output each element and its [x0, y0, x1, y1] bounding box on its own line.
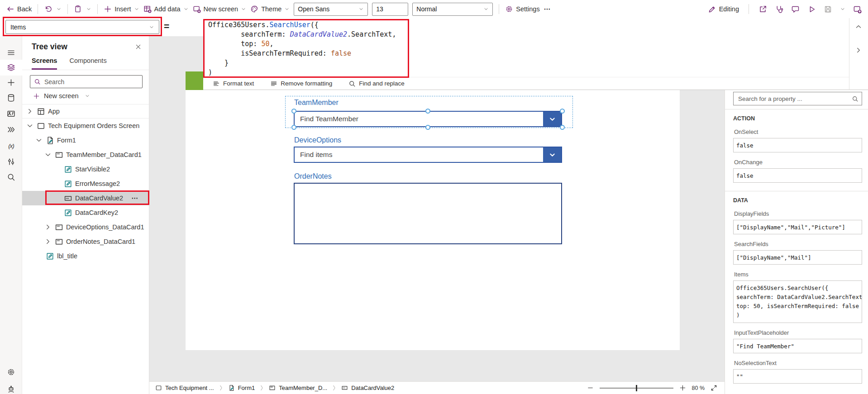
expand-panel-chevron-icon[interactable] [854, 46, 863, 54]
save-icon[interactable] [824, 5, 832, 14]
lbl-title-green-block[interactable] [186, 71, 205, 90]
comments-icon[interactable] [791, 5, 800, 14]
breadcrumb-item-TeamMember_D...[interactable]: TeamMember_D... [269, 385, 327, 391]
selection-handle[interactable] [291, 125, 296, 130]
tab-screens[interactable]: Screens [32, 57, 57, 70]
plus-icon [104, 5, 112, 13]
power-automate-icon[interactable] [7, 125, 15, 134]
property-value-OnSelect[interactable]: false [733, 138, 862, 152]
combobox-dropdown-button[interactable] [543, 147, 561, 162]
tab-components[interactable]: Components [69, 57, 106, 70]
tree-item-DeviceOptions_DataCard1[interactable]: DeviceOptions_DataCard1 [22, 220, 149, 234]
tree-view-title: Tree view [32, 42, 67, 52]
data-icon[interactable] [7, 94, 15, 102]
app-icon [37, 107, 45, 116]
zoom-out-icon[interactable] [587, 385, 594, 391]
more-options-button[interactable]: ⋯ [132, 195, 139, 202]
tree-item-Form1[interactable]: Form1 [22, 133, 149, 147]
formula-bar[interactable]: Office365Users.SearchUser({ searchTerm: … [203, 18, 849, 90]
combobox-DeviceOptions[interactable]: Find items [294, 147, 562, 163]
zoom-slider-thumb[interactable] [636, 385, 637, 391]
virtual-agent-icon[interactable] [7, 385, 15, 394]
insert-menu[interactable]: Insert [104, 5, 139, 13]
back-button[interactable]: Back [6, 5, 32, 13]
search-icon[interactable] [7, 173, 15, 181]
selection-handle[interactable] [560, 109, 565, 114]
publish-icon[interactable] [853, 5, 862, 14]
fit-to-window-icon[interactable] [711, 385, 717, 391]
new-screen-button[interactable]: New screen [22, 88, 149, 104]
property-value-NoSelectionText[interactable]: "" [733, 369, 862, 384]
insert-icon[interactable] [7, 78, 15, 87]
remove-formatting-button[interactable]: Remove formatting [270, 80, 332, 87]
property-value-Items[interactable]: Office365Users.SearchUser({searchTerm: D… [733, 280, 862, 323]
collapse-formula-bar-icon[interactable] [854, 23, 863, 31]
undo-button[interactable] [44, 5, 52, 13]
tree-item-TeamMember_DataCard1[interactable]: TeamMember_DataCard1 [22, 147, 149, 162]
combobox-dropdown-button[interactable] [543, 112, 561, 126]
variables-icon[interactable]: (x) [7, 142, 15, 150]
close-icon[interactable] [135, 43, 142, 50]
property-value-DisplayFields[interactable]: ["DisplayName","Mail","Picture"] [733, 220, 862, 234]
paste-dropdown-chevron-icon[interactable] [86, 6, 91, 12]
paste-button[interactable] [74, 5, 82, 13]
font-style-select[interactable]: Normal [412, 3, 493, 16]
tree-item-DataCardValue2[interactable]: DataCardValue2 ⋯ [22, 191, 149, 205]
tree-search-input[interactable] [44, 78, 138, 85]
property-search-box[interactable] [733, 92, 862, 105]
new-screen-menu[interactable]: New screen [193, 5, 247, 13]
zoom-in-icon[interactable] [679, 385, 686, 391]
hamburger-menu-icon[interactable] [7, 48, 15, 57]
tree-item-lbl_title[interactable]: lbl_title [22, 249, 149, 263]
selection-handle[interactable] [291, 109, 296, 114]
add-data-menu[interactable]: Add data [143, 5, 189, 13]
media-icon[interactable] [7, 109, 15, 118]
formula-code[interactable]: Office365Users.SearchUser({ searchTerm: … [203, 18, 849, 77]
selection-handle[interactable] [425, 109, 430, 114]
format-text-button[interactable]: Format text [213, 80, 254, 87]
zoom-percentage[interactable]: 80 % [692, 385, 705, 391]
more-commands-button[interactable]: ⋯ [544, 5, 551, 13]
property-search-input[interactable] [734, 95, 862, 102]
chevron-right-icon[interactable] [26, 107, 34, 115]
app-checker-icon[interactable] [775, 5, 783, 14]
selection-handle[interactable] [560, 125, 565, 130]
chevron-right-icon[interactable] [44, 237, 52, 246]
tree-item-OrderNotes_DataCard1[interactable]: OrderNotes_DataCard1 [22, 234, 149, 249]
property-value-OnChange[interactable]: false [733, 168, 862, 183]
theme-menu[interactable]: Theme [250, 5, 290, 13]
tree-search-box[interactable] [30, 75, 143, 88]
font-family-select[interactable]: Open Sans [294, 3, 368, 16]
chevron-down-icon[interactable] [35, 136, 43, 144]
tree-item-StarVisible2[interactable]: StarVisible2 [22, 162, 149, 176]
tree-view-icon[interactable] [7, 63, 15, 72]
font-size-input[interactable]: 13 [372, 3, 408, 16]
tree-item-ErrorMessage2[interactable]: ErrorMessage2 [22, 176, 149, 191]
editing-mode-indicator[interactable]: Editing [708, 5, 739, 14]
breadcrumb-item-DataCardValue2[interactable]: DataCardValue2 [341, 385, 394, 391]
screen-icon [37, 122, 45, 130]
tree-item-App[interactable]: App [22, 104, 149, 119]
chevron-down-icon[interactable] [44, 151, 52, 159]
textarea-OrderNotes[interactable] [294, 183, 562, 244]
property-value-InputTextPlaceholder[interactable]: "Find TeamMember" [733, 339, 862, 353]
zoom-slider[interactable] [600, 385, 673, 391]
save-options-chevron-icon[interactable] [840, 6, 845, 12]
settings-button[interactable]: Settings [505, 5, 539, 13]
settings-icon[interactable] [7, 368, 15, 376]
breadcrumb-item-Form1[interactable]: Form1 [228, 385, 255, 391]
selection-handle[interactable] [425, 125, 430, 130]
find-and-replace-button[interactable]: Find and replace [348, 80, 405, 87]
undo-dropdown-chevron-icon[interactable] [56, 6, 62, 12]
tree-item-DataCardKey2[interactable]: DataCardKey2 [22, 205, 149, 220]
preview-play-icon[interactable] [807, 5, 816, 14]
chevron-right-icon[interactable] [44, 223, 52, 231]
property-value-SearchFields[interactable]: ["DisplayName","Mail"] [733, 250, 862, 265]
tree-item-Tech Equipment Orders Screen[interactable]: Tech Equipment Orders Screen [22, 119, 149, 133]
chevron-down-icon[interactable] [26, 122, 34, 130]
advanced-tools-icon[interactable] [7, 157, 15, 166]
property-name-DisplayFields: DisplayFields [734, 210, 862, 217]
breadcrumb-item-Tech Equipment ...[interactable]: Tech Equipment ... [155, 385, 214, 391]
property-dropdown[interactable]: Items [5, 20, 159, 34]
share-icon[interactable] [758, 5, 767, 14]
